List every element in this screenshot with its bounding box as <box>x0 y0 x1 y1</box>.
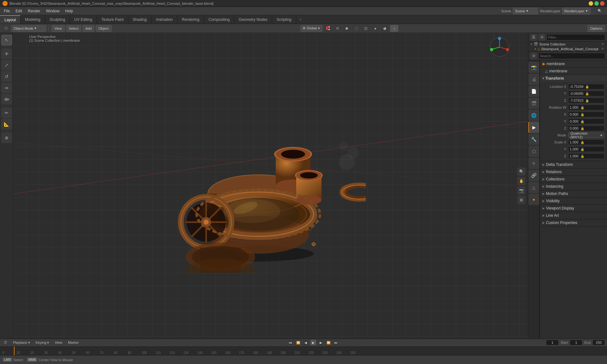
playback-menu[interactable]: Playback ▾ <box>11 340 32 345</box>
scale-z-value[interactable]: 1.000 🔒 <box>568 153 604 159</box>
rotation-y-lock[interactable]: 🔒 <box>580 120 584 123</box>
menu-edit[interactable]: Edit <box>13 8 25 14</box>
proportional-btn[interactable]: ⊙ <box>333 25 341 32</box>
zoom-in-btn[interactable]: 🔍 <box>517 167 525 176</box>
timeline-icon-btn[interactable]: ⏱ <box>2 340 9 345</box>
add-button[interactable]: Add <box>83 25 95 32</box>
delta-transform-section[interactable]: ▶ Delta Transform <box>540 161 607 168</box>
measure-tool-btn[interactable]: 📐 <box>1 119 12 130</box>
navigation-gizmo[interactable]: Z X Y <box>488 36 511 58</box>
heart-vis-icon[interactable]: 👁 <box>601 47 604 51</box>
tab-modeling[interactable]: Modeling <box>21 15 45 24</box>
rotation-z-lock[interactable]: 🔒 <box>580 127 584 130</box>
transform-orientation-dropdown[interactable]: ⚙ Global ▾ <box>300 25 322 32</box>
mode-dropdown[interactable]: Object Mode ▾ <box>11 25 46 32</box>
jump-start-btn[interactable]: ⏮ <box>288 340 293 345</box>
snap-btn[interactable]: 🧲 <box>324 25 332 32</box>
tab-scripting[interactable]: Scripting <box>272 15 296 24</box>
start-frame-input[interactable]: 1 <box>570 340 582 345</box>
menu-window[interactable]: Window <box>43 8 62 14</box>
scale-x-value[interactable]: 1.000 🔒 <box>568 139 604 145</box>
object-button[interactable]: Object <box>96 25 112 32</box>
tab-animation[interactable]: Animation <box>151 15 177 24</box>
custom-properties-section[interactable]: ▶ Custom Properties <box>540 219 607 227</box>
collections-section[interactable]: ▶ Collections <box>540 176 607 183</box>
view-layer-props-tab[interactable]: 📄 <box>528 86 540 97</box>
visibility-section[interactable]: ▶ Visibility <box>540 197 607 205</box>
tab-uv-editing[interactable]: UV Editing <box>70 15 97 24</box>
modifier-props-tab[interactable]: 🔧 <box>528 134 540 145</box>
tab-geometry-nodes[interactable]: Geometry Nodes <box>234 15 272 24</box>
props-filter-btn[interactable]: ⊙ <box>530 52 537 59</box>
viewport-display-section[interactable]: ▶ Viewport Display <box>540 205 607 212</box>
rotation-y-value[interactable]: 0.000 🔒 <box>568 118 604 124</box>
location-x-value[interactable]: -0.75269 🔒 <box>568 84 604 89</box>
camera-persp-btn[interactable]: 📷 <box>517 186 525 195</box>
line-art-section[interactable]: ▶ Line Art <box>540 212 607 219</box>
material-props-tab[interactable]: ● <box>528 194 540 205</box>
view-button[interactable]: View <box>52 25 65 32</box>
select-tool-btn[interactable]: ↖ <box>1 35 12 46</box>
scene-dropdown[interactable]: Scene ▾ <box>513 8 538 15</box>
options-button[interactable]: Options <box>587 25 605 32</box>
location-x-lock[interactable]: 🔒 <box>585 85 589 88</box>
motion-paths-section[interactable]: ▶ Motion Paths <box>540 190 607 197</box>
move-tool-btn[interactable]: ⤢ <box>1 60 12 70</box>
annotate-tool-btn[interactable]: ✏ <box>1 107 12 118</box>
viewport-icon-btn[interactable]: ⬡ <box>2 25 10 32</box>
wireframe-btn[interactable]: ◫ <box>362 25 370 32</box>
viewport-3d[interactable]: User Perspective (1) Scene Collection | … <box>13 33 528 339</box>
scale-y-value[interactable]: 1.000 🔒 <box>568 146 604 152</box>
maximize-button[interactable] <box>594 1 599 6</box>
outliner-filter-btn[interactable]: ⊙ <box>538 34 545 41</box>
next-keyframe-btn[interactable]: ⏩ <box>326 340 331 345</box>
marker-menu[interactable]: Marker <box>66 340 81 345</box>
tab-layout[interactable]: Layout <box>0 15 21 24</box>
world-props-tab[interactable]: 🌐 <box>528 110 540 121</box>
menu-render[interactable]: Render <box>25 8 43 14</box>
solid-btn[interactable]: ● <box>371 25 379 32</box>
relations-section[interactable]: ▶ Relations <box>540 168 607 176</box>
rotate-tool-btn[interactable]: ↺ <box>1 71 12 82</box>
render-props-tab[interactable]: 📸 <box>528 62 540 73</box>
location-z-value[interactable]: -7.07923 🔒 <box>568 98 604 103</box>
scale-tool-btn[interactable]: ⇔ <box>1 82 12 93</box>
add-object-tool-btn[interactable]: ⊕ <box>1 132 12 143</box>
output-props-tab[interactable]: 🖨 <box>528 74 540 85</box>
location-y-lock[interactable]: 🔒 <box>585 92 589 95</box>
close-button[interactable] <box>600 1 604 6</box>
scene-vis-icon[interactable]: 👁 <box>601 42 604 46</box>
rotation-mode-dropdown[interactable]: Quaternion (WXYZ) ▾ <box>568 132 604 138</box>
select-button[interactable]: Select <box>66 25 82 32</box>
outliner-display-btn[interactable]: ☰ <box>530 34 537 41</box>
grid-toggle-btn[interactable]: ⊞ <box>517 196 525 204</box>
cursor-tool-btn[interactable]: ✛ <box>1 48 12 59</box>
data-props-tab[interactable]: △ <box>528 182 540 193</box>
menu-file[interactable]: File <box>1 8 12 14</box>
rotation-w-value[interactable]: 1.000 🔒 <box>568 105 604 110</box>
outliner-search[interactable] <box>547 34 605 40</box>
overlay-btn[interactable]: ◉ <box>343 25 351 32</box>
prev-keyframe-btn[interactable]: ⏪ <box>295 340 301 345</box>
scene-collection-item[interactable]: ▾ 🎬 Scene Collection 👁 <box>528 42 607 46</box>
scale-x-lock[interactable]: 🔒 <box>580 141 584 144</box>
rotation-x-lock[interactable]: 🔒 <box>580 113 584 116</box>
minimize-button[interactable] <box>589 1 593 6</box>
particles-props-tab[interactable]: ⬡ <box>528 146 540 157</box>
scale-z-lock[interactable]: 🔒 <box>580 155 584 158</box>
search-button[interactable]: 🔍 <box>596 8 603 15</box>
play-btn[interactable]: ▶ <box>310 340 316 345</box>
object-props-tab[interactable]: ▶ <box>528 122 540 133</box>
tab-texture-paint[interactable]: Texture Paint <box>97 15 128 24</box>
scale-y-lock[interactable]: 🔒 <box>580 148 584 151</box>
tab-compositing[interactable]: Compositing <box>204 15 235 24</box>
timeline-ruler[interactable]: 0 10 20 30 40 50 60 70 80 90 100 110 120… <box>0 347 607 355</box>
tab-sculpting[interactable]: Sculpting <box>45 15 70 24</box>
location-z-lock[interactable]: 🔒 <box>585 99 589 102</box>
instancing-section[interactable]: ▶ Instancing <box>540 183 607 190</box>
renderlayer-dropdown[interactable]: RenderLayer ▾ <box>562 8 591 15</box>
keying-menu[interactable]: Keying ▾ <box>34 340 51 345</box>
xray-btn[interactable]: ⬚ <box>352 25 360 32</box>
constraints-props-tab[interactable]: 🔗 <box>528 170 540 181</box>
location-y-value[interactable]: -0.06085 🔒 <box>568 91 604 96</box>
